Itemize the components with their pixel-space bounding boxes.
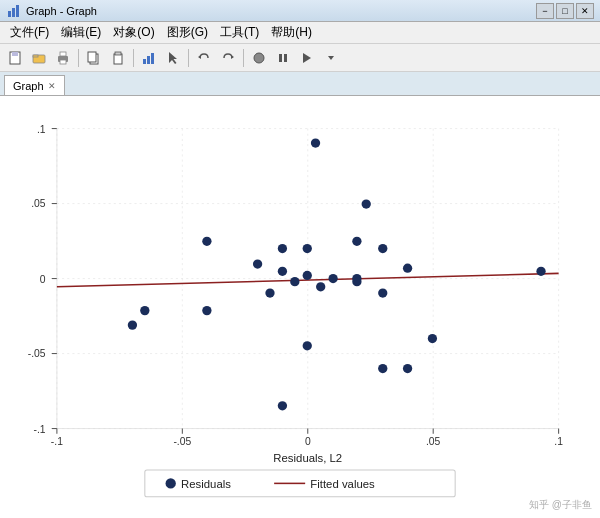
svg-rect-9 [60, 60, 66, 64]
svg-point-68 [303, 271, 312, 280]
redo-button[interactable] [217, 47, 239, 69]
svg-rect-4 [12, 52, 18, 56]
svg-point-66 [253, 259, 262, 268]
svg-text:-.05: -.05 [28, 348, 46, 359]
menu-tools[interactable]: 工具(T) [214, 22, 265, 43]
paste-button[interactable] [107, 47, 129, 69]
svg-marker-17 [169, 52, 177, 64]
close-button[interactable]: ✕ [576, 3, 594, 19]
svg-rect-25 [0, 108, 600, 506]
svg-point-85 [352, 277, 361, 286]
svg-point-65 [378, 244, 387, 253]
svg-rect-0 [8, 11, 11, 17]
svg-rect-12 [114, 54, 122, 64]
svg-rect-13 [115, 52, 121, 55]
toolbar [0, 44, 600, 72]
svg-point-87 [166, 478, 176, 488]
svg-point-78 [140, 306, 149, 315]
copy-button[interactable] [83, 47, 105, 69]
play-button[interactable] [296, 47, 318, 69]
svg-point-63 [303, 244, 312, 253]
minimize-button[interactable]: − [536, 3, 554, 19]
svg-text:.05: .05 [426, 436, 441, 447]
menu-bar: 文件(F) 编辑(E) 对象(O) 图形(G) 工具(T) 帮助(H) [0, 22, 600, 44]
maximize-button[interactable]: □ [556, 3, 574, 19]
chart-button[interactable] [138, 47, 160, 69]
tab-area: Graph ✕ [0, 72, 600, 96]
svg-marker-18 [198, 55, 201, 59]
svg-rect-22 [284, 54, 287, 62]
svg-rect-8 [60, 52, 66, 56]
title-bar: Graph - Graph − □ ✕ [0, 0, 600, 22]
svg-point-74 [265, 288, 274, 297]
legend-fitted-label: Fitted values [310, 478, 375, 490]
svg-point-80 [303, 341, 312, 350]
svg-text:.1: .1 [37, 124, 46, 135]
scatter-chart: .1 .05 0 -.05 -.1 -.1 -.05 0 .05 .1 Resi… [0, 96, 600, 518]
svg-point-84 [278, 401, 287, 410]
separator-1 [78, 49, 79, 67]
print-button[interactable] [52, 47, 74, 69]
svg-text:-.05: -.05 [173, 436, 191, 447]
svg-point-72 [290, 277, 299, 286]
svg-point-20 [254, 53, 264, 63]
svg-rect-16 [151, 53, 154, 64]
watermark: 知乎 @子非鱼 [529, 498, 592, 512]
svg-rect-11 [88, 52, 96, 62]
menu-edit[interactable]: 编辑(E) [55, 22, 107, 43]
separator-2 [133, 49, 134, 67]
svg-point-60 [362, 199, 371, 208]
svg-text:0: 0 [40, 274, 46, 285]
app-icon [6, 3, 22, 19]
svg-point-83 [428, 334, 437, 343]
undo-button[interactable] [193, 47, 215, 69]
svg-point-73 [316, 282, 325, 291]
svg-rect-2 [16, 5, 19, 17]
open-button[interactable] [28, 47, 50, 69]
select-button[interactable] [162, 47, 184, 69]
separator-4 [243, 49, 244, 67]
svg-rect-1 [12, 8, 15, 17]
tab-close-button[interactable]: ✕ [48, 81, 56, 91]
svg-rect-21 [279, 54, 282, 62]
svg-point-61 [202, 237, 211, 246]
svg-rect-15 [147, 56, 150, 64]
circle-button[interactable] [248, 47, 270, 69]
svg-point-79 [202, 306, 211, 315]
window-controls: − □ ✕ [536, 3, 594, 19]
dropdown-button[interactable] [320, 47, 342, 69]
svg-marker-23 [303, 53, 311, 63]
svg-rect-14 [143, 59, 146, 64]
tab-label: Graph [13, 80, 44, 92]
svg-text:-.1: -.1 [51, 436, 63, 447]
separator-3 [188, 49, 189, 67]
svg-text:-.1: -.1 [33, 424, 45, 435]
svg-point-59 [311, 138, 320, 147]
xaxis-label: Residuals, L2 [273, 452, 342, 464]
svg-text:0: 0 [305, 436, 311, 447]
svg-point-67 [278, 267, 287, 276]
menu-help[interactable]: 帮助(H) [265, 22, 318, 43]
svg-point-75 [378, 288, 387, 297]
window-title: Graph - Graph [26, 5, 536, 17]
svg-point-81 [378, 364, 387, 373]
menu-graph[interactable]: 图形(G) [161, 22, 214, 43]
graph-tab[interactable]: Graph ✕ [4, 75, 65, 95]
menu-file[interactable]: 文件(F) [4, 22, 55, 43]
svg-point-77 [128, 320, 137, 329]
svg-point-64 [352, 237, 361, 246]
menu-object[interactable]: 对象(O) [107, 22, 160, 43]
svg-point-62 [278, 244, 287, 253]
new-button[interactable] [4, 47, 26, 69]
pause-button[interactable] [272, 47, 294, 69]
legend-residuals-label: Residuals [181, 478, 231, 490]
svg-point-69 [328, 274, 337, 283]
svg-point-71 [403, 264, 412, 273]
svg-text:.1: .1 [554, 436, 563, 447]
svg-text:.05: .05 [31, 198, 46, 209]
svg-point-76 [536, 267, 545, 276]
graph-area: .1 .05 0 -.05 -.1 -.1 -.05 0 .05 .1 Resi… [0, 96, 600, 518]
svg-marker-24 [328, 56, 334, 60]
svg-rect-6 [33, 55, 38, 57]
svg-marker-19 [231, 55, 234, 59]
